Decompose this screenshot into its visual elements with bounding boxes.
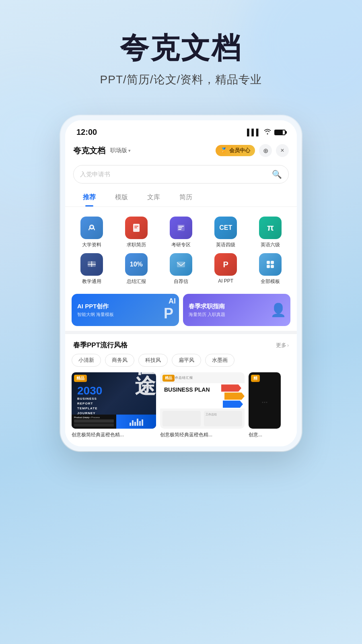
category-grid: 大学资料 求职简历	[65, 207, 297, 291]
header-actions: 🏅 会员中心 ⊕ ×	[216, 144, 289, 157]
style-tag-tech[interactable]: 科技风	[138, 354, 168, 367]
cet4-label: 英语四级	[216, 242, 235, 248]
ppt-big-icon: P	[164, 305, 173, 322]
style-tag-flat[interactable]: 扁平风	[172, 354, 201, 367]
tab-template[interactable]: 模版	[105, 189, 138, 206]
banner-job[interactable]: 春季求职指南 海量简历 入职真题 👤	[183, 294, 290, 326]
category-cet6[interactable]: π 英语六级	[248, 214, 293, 251]
svg-rect-10	[267, 265, 270, 268]
category-cet4[interactable]: CET 英语四级	[204, 214, 248, 251]
hero-title: 夸克文档	[24, 32, 338, 64]
cet6-icon: π	[259, 217, 282, 239]
chevron-right-icon: ›	[287, 343, 289, 348]
premium-badge-2: 精品	[162, 375, 175, 382]
chevron-down-icon: ▾	[128, 148, 131, 153]
svg-rect-4	[134, 227, 137, 228]
add-button[interactable]: ⊕	[259, 144, 272, 157]
university-icon	[80, 217, 103, 239]
template-cards-row: 2030 BUSINESSREPORTTEMPLATEJOURNEY 征途 Pr…	[65, 372, 297, 446]
premium-badge-3: 精	[251, 375, 260, 382]
template-card-1[interactable]: 2030 BUSINESSREPORTTEMPLATEJOURNEY 征途 Pr…	[72, 372, 156, 438]
style-tag-inkwash[interactable]: 水墨画	[205, 354, 234, 367]
style-tag-fresh[interactable]: 小清新	[72, 354, 101, 367]
aippt-label: AI PPT	[218, 278, 233, 284]
status-icons: ▌▌▌	[247, 129, 286, 136]
close-button[interactable]: ×	[276, 144, 289, 157]
template-thumb-2: 时尚工作总结汇报 BUSINESS PLAN	[160, 372, 245, 429]
ppt-styles-section-header: 春季PPT流行风格 更多 ›	[65, 334, 297, 354]
category-coverletter[interactable]: 自荐信	[158, 251, 203, 287]
university-label: 大学资料	[82, 242, 101, 248]
category-summary[interactable]: 10% 总结汇报	[114, 251, 158, 287]
close-icon: ×	[280, 147, 284, 154]
banner-section: AI PPT创作 智能大纲 海量模板 AI P 春季求职指南 海量简历 入职真题…	[65, 291, 297, 331]
search-input[interactable]: 入党申请书	[80, 171, 269, 178]
coverletter-label: 自荐信	[174, 278, 188, 285]
wifi-icon	[264, 129, 271, 136]
signal-icon: ▌▌▌	[247, 129, 261, 136]
template-card-3[interactable]: ... 精 创意...	[249, 372, 281, 438]
template-label-2: 创意极简经典蓝橙色精...	[160, 432, 245, 438]
crown-icon: 🏅	[220, 147, 227, 154]
teaching-icon	[80, 253, 103, 276]
style-tags-row: 小清新 商务风 科技风 扁平风 水墨画	[65, 354, 297, 372]
search-section: 入党申请书 🔍	[65, 162, 297, 189]
premium-badge-1: 精品	[74, 375, 87, 382]
status-bar: 12:00 ▌▌▌	[65, 120, 297, 140]
svg-point-1	[90, 226, 93, 228]
template-label-1: 创意极简经典蓝橙色精...	[72, 432, 156, 438]
banner-aippt-title: AI PPT创作	[77, 302, 173, 310]
category-resume[interactable]: 求职简历	[114, 214, 158, 251]
hero-section: 夸克文档 PPT/简历/论文/资料，精品专业	[0, 0, 362, 103]
banner-aippt[interactable]: AI PPT创作 智能大纲 海量模板 AI P	[72, 294, 179, 326]
style-tag-business[interactable]: 商务风	[105, 354, 134, 367]
coverletter-icon	[170, 253, 192, 276]
template-thumb-3: ... 精	[249, 372, 281, 429]
phone-inner: 12:00 ▌▌▌ 夸克文档	[65, 120, 297, 446]
template-preview-2: 时尚工作总结汇报 BUSINESS PLAN	[160, 372, 245, 429]
ai-label-icon: AI	[169, 297, 176, 305]
app-header: 夸克文档 职场版 ▾ 🏅 会员中心 ⊕ ×	[65, 140, 297, 162]
category-all[interactable]: 全部模板	[248, 251, 293, 287]
svg-rect-7	[177, 262, 185, 267]
tab-recommend[interactable]: 推荐	[73, 189, 105, 206]
category-exam[interactable]: 考研专区	[158, 214, 203, 251]
search-bar[interactable]: 入党申请书 🔍	[73, 165, 289, 184]
svg-rect-9	[271, 261, 274, 264]
section-title: 春季PPT流行风格	[73, 341, 128, 350]
exam-label: 考研专区	[171, 242, 191, 248]
exam-icon	[170, 217, 192, 239]
cet6-label: 英语六级	[261, 242, 280, 248]
cet4-icon: CET	[214, 217, 237, 239]
all-icon	[259, 253, 282, 276]
search-icon[interactable]: 🔍	[272, 169, 282, 179]
template-label-3: 创意...	[249, 432, 281, 438]
phone-mockup: 12:00 ▌▌▌ 夸克文档	[60, 116, 302, 451]
phone-container: 12:00 ▌▌▌ 夸克文档	[0, 116, 362, 451]
svg-rect-11	[271, 265, 274, 268]
more-link[interactable]: 更多 ›	[276, 342, 289, 349]
svg-rect-3	[134, 226, 138, 227]
all-label: 全部模板	[261, 278, 280, 285]
category-aippt[interactable]: P AI PPT	[204, 251, 248, 287]
summary-label: 总结汇报	[127, 278, 146, 285]
summary-icon: 10%	[125, 253, 148, 276]
category-teaching[interactable]: 教学通用	[69, 251, 114, 287]
section-divider	[65, 331, 297, 334]
teaching-label: 教学通用	[82, 278, 101, 285]
resume-label: 求职简历	[127, 242, 146, 248]
template-card-2[interactable]: 时尚工作总结汇报 BUSINESS PLAN	[160, 372, 245, 438]
person-icon: 👤	[270, 302, 286, 318]
vip-center-button[interactable]: 🏅 会员中心	[216, 145, 255, 156]
app-edition[interactable]: 职场版 ▾	[110, 147, 131, 154]
app-brand-name: 夸克文档	[73, 145, 105, 156]
hero-subtitle: PPT/简历/论文/资料，精品专业	[24, 72, 338, 87]
main-tabs: 推荐 模版 文库 简历	[65, 189, 297, 207]
tab-library[interactable]: 文库	[138, 189, 170, 206]
template-thumb-1: 2030 BUSINESSREPORTTEMPLATEJOURNEY 征途 Pr…	[72, 372, 156, 429]
battery-icon	[274, 130, 286, 135]
tab-resume[interactable]: 简历	[170, 189, 202, 206]
aippt-icon: P	[214, 253, 237, 276]
category-university[interactable]: 大学资料	[69, 214, 114, 251]
banner-aippt-subtitle: 智能大纲 海量模板	[77, 312, 173, 318]
